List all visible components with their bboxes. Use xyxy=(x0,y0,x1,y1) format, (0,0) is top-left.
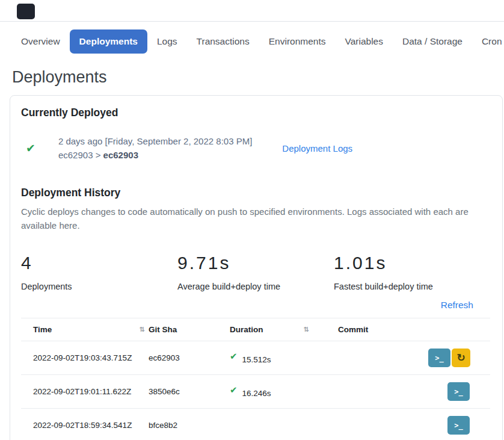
terminal-icon: >_ xyxy=(454,388,463,396)
page-title: Deployments xyxy=(12,68,504,87)
cell-duration: ✔ 15.512s xyxy=(230,353,338,364)
stat-value: 1.01s xyxy=(334,253,490,273)
cell-git-sha: bfce8b2 xyxy=(149,421,230,430)
row-actions: >_ xyxy=(428,382,490,401)
sort-icon[interactable]: ⇅ xyxy=(140,326,145,333)
col-header-duration[interactable]: Duration ⇅ xyxy=(230,325,338,334)
table-header-row: Time ⇅ Git Sha Duration ⇅ Commit xyxy=(21,318,490,341)
col-header-git-sha: Git Sha xyxy=(149,325,230,334)
stat-value: 4 xyxy=(21,253,177,273)
duration-value: 16.246s xyxy=(242,389,271,398)
row-actions: >_ xyxy=(428,416,490,435)
redeploy-icon: ↻ xyxy=(456,352,465,364)
app-logo-icon[interactable] xyxy=(17,4,35,19)
deployment-logs-link[interactable]: Deployment Logs xyxy=(282,143,352,153)
stat-label: Average build+deploy time xyxy=(177,282,334,291)
terminal-logs-button[interactable]: >_ xyxy=(428,349,450,367)
tab-logs[interactable]: Logs xyxy=(147,29,187,54)
redeploy-button[interactable]: ↻ xyxy=(452,349,470,367)
success-check-icon: ✔ xyxy=(26,141,35,155)
cell-time: 2022-09-02T18:59:34.541Z xyxy=(21,421,149,430)
cell-duration: ✔ 16.246s xyxy=(230,386,338,397)
terminal-logs-button[interactable]: >_ xyxy=(447,382,470,401)
top-bar xyxy=(0,0,504,22)
tab-transactions[interactable]: Transactions xyxy=(187,29,259,54)
col-header-commit: Commit xyxy=(338,325,428,334)
deployments-card: Currently Deployed ✔ 2 days ago [Friday,… xyxy=(10,95,503,440)
deployment-history-heading: Deployment History xyxy=(21,187,490,199)
stats-row: 4 Deployments 9.71s Average build+deploy… xyxy=(21,253,490,291)
row-actions: >_ ↻ xyxy=(428,349,491,367)
deployed-commit: ec62903 > ec62903 xyxy=(58,150,252,160)
stat-label: Fastest build+deploy time xyxy=(334,282,490,291)
refresh-link[interactable]: Refresh xyxy=(441,300,473,310)
success-check-icon: ✔ xyxy=(230,351,238,362)
cell-time: 2022-09-02T19:03:43.715Z xyxy=(21,353,149,362)
deployment-history-description: Cyclic deploys changes to code automatic… xyxy=(21,205,490,232)
terminal-icon: >_ xyxy=(435,354,443,362)
stat-label: Deployments xyxy=(21,282,177,291)
terminal-icon: >_ xyxy=(454,421,463,430)
deployed-commit-sha: ec62903 xyxy=(103,150,138,160)
tab-bar: Overview Deployments Logs Transactions E… xyxy=(0,29,504,54)
tab-overview[interactable]: Overview xyxy=(11,29,70,54)
tab-cron[interactable]: Cron xyxy=(472,29,504,54)
table-row: 2022-09-02T19:01:11.622Z 3850e6c ✔ 16.24… xyxy=(21,374,490,408)
deployed-timestamp: 2 days ago [Friday, September 2, 2022 8:… xyxy=(58,136,252,146)
tab-environments[interactable]: Environments xyxy=(259,29,336,54)
deployments-table: Time ⇅ Git Sha Duration ⇅ Commit 2022-09… xyxy=(21,318,490,440)
duration-value: 15.512s xyxy=(242,355,271,364)
success-check-icon: ✔ xyxy=(230,385,238,395)
col-header-time[interactable]: Time ⇅ xyxy=(21,325,149,334)
deployed-info: 2 days ago [Friday, September 2, 2022 8:… xyxy=(58,136,252,160)
stat-fastest-time: 1.01s Fastest build+deploy time xyxy=(334,253,490,291)
col-header-label: Duration xyxy=(230,325,263,334)
deployed-commit-prefix: ec62903 > xyxy=(58,150,103,160)
col-header-label: Time xyxy=(33,325,52,334)
cell-time: 2022-09-02T19:01:11.622Z xyxy=(21,387,149,396)
stat-average-time: 9.71s Average build+deploy time xyxy=(177,253,334,291)
cell-git-sha: 3850e6c xyxy=(149,387,230,396)
sort-icon[interactable]: ⇅ xyxy=(304,326,309,333)
tab-deployments[interactable]: Deployments xyxy=(70,29,147,54)
stat-deployments: 4 Deployments xyxy=(21,253,177,291)
table-row: 2022-09-02T19:03:43.715Z ec62903 ✔ 15.51… xyxy=(21,341,490,374)
cell-git-sha: ec62903 xyxy=(149,353,230,362)
table-row: 2022-09-02T18:59:34.541Z bfce8b2 >_ xyxy=(21,408,490,440)
tab-data-storage[interactable]: Data / Storage xyxy=(393,29,472,54)
tab-variables[interactable]: Variables xyxy=(336,29,393,54)
stat-value: 9.71s xyxy=(177,253,334,273)
refresh-wrap: Refresh xyxy=(21,300,490,311)
terminal-logs-button[interactable]: >_ xyxy=(447,416,470,435)
currently-deployed-heading: Currently Deployed xyxy=(21,107,490,119)
currently-deployed-row: ✔ 2 days ago [Friday, September 2, 2022 … xyxy=(21,136,490,160)
